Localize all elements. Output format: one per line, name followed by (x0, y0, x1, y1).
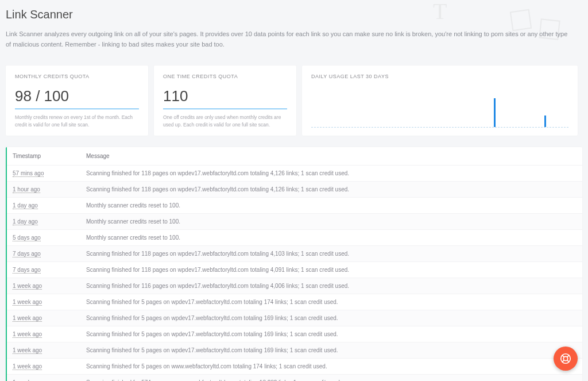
monthly-credits-value: 98 / 100 (15, 87, 139, 105)
page-description: Link Scanner analyzes every outgoing lin… (6, 29, 574, 49)
table-row: 1 week agoScanning finished for 574 page… (7, 374, 582, 381)
table-row: 1 week agoScanning finished for 5 pages … (7, 358, 582, 374)
table-row: 5 days agoMonthly scanner credits reset … (7, 229, 582, 245)
row-timestamp: 1 week ago (7, 310, 82, 326)
row-timestamp: 1 day ago (7, 197, 82, 213)
activity-log-table: Timestamp Message 57 mins agoScanning fi… (6, 147, 582, 381)
table-row: 1 day agoMonthly scanner credits reset t… (7, 213, 582, 229)
row-timestamp: 1 week ago (7, 294, 82, 310)
svg-line-3 (567, 355, 569, 357)
row-timestamp: 1 day ago (7, 213, 82, 229)
stats-cards-row: MONTHLY CREDITS QUOTA 98 / 100 Monthly c… (6, 66, 582, 136)
table-row: 1 day agoMonthly scanner credits reset t… (7, 197, 582, 213)
monthly-credits-card: MONTHLY CREDITS QUOTA 98 / 100 Monthly c… (6, 66, 148, 136)
row-timestamp: 57 mins ago (7, 165, 82, 181)
onetime-credits-hint: One off credits are only used when month… (163, 114, 287, 129)
help-button[interactable] (554, 347, 578, 371)
row-message: Scanning finished for 5 pages on wpdev17… (82, 326, 582, 342)
row-timestamp: 1 week ago (7, 278, 82, 294)
row-timestamp: 1 week ago (7, 358, 82, 374)
row-message: Scanning finished for 5 pages on www.web… (82, 358, 582, 374)
onetime-credits-value: 110 (163, 87, 287, 105)
row-timestamp: 1 week ago (7, 374, 82, 381)
row-message: Scanning finished for 5 pages on wpdev17… (82, 310, 582, 326)
row-timestamp: 1 hour ago (7, 181, 82, 197)
onetime-credits-label: ONE TIME CREDITS QUOTA (163, 74, 287, 79)
table-row: 1 week agoScanning finished for 5 pages … (7, 310, 582, 326)
row-message: Scanning finished for 118 pages on wpdev… (82, 245, 582, 261)
chart-bar (544, 116, 546, 127)
row-message: Scanning finished for 118 pages on wpdev… (82, 261, 582, 278)
table-row: 1 week agoScanning finished for 5 pages … (7, 294, 582, 310)
svg-line-5 (567, 360, 569, 362)
chart-bar (494, 98, 496, 127)
table-row: 1 week agoScanning finished for 5 pages … (7, 326, 582, 342)
row-message: Scanning finished for 5 pages on wpdev17… (82, 342, 582, 358)
row-message: Monthly scanner credits reset to 100. (82, 229, 582, 245)
row-timestamp: 1 week ago (7, 342, 82, 358)
table-row: 1 week agoScanning finished for 116 page… (7, 278, 582, 294)
row-message: Scanning finished for 118 pages on wpdev… (82, 181, 582, 197)
table-row: 7 days agoScanning finished for 118 page… (7, 261, 582, 278)
col-timestamp: Timestamp (7, 147, 82, 166)
row-timestamp: 7 days ago (7, 245, 82, 261)
row-timestamp: 5 days ago (7, 229, 82, 245)
row-message: Monthly scanner credits reset to 100. (82, 213, 582, 229)
page-title: Link Scanner (6, 8, 582, 21)
table-row: 1 week agoScanning finished for 5 pages … (7, 342, 582, 358)
row-timestamp: 1 week ago (7, 326, 82, 342)
col-message: Message (82, 147, 582, 166)
daily-usage-label: DAILY USAGE LAST 30 DAYS (311, 74, 568, 79)
monthly-credits-label: MONTHLY CREDITS QUOTA (15, 74, 139, 79)
table-row: 1 hour agoScanning finished for 118 page… (7, 181, 582, 197)
row-timestamp: 7 days ago (7, 261, 82, 278)
monthly-credits-hint: Monthly credits renew on every 1st of th… (15, 114, 139, 129)
row-message: Scanning finished for 5 pages on wpdev17… (82, 294, 582, 310)
svg-point-1 (563, 356, 567, 360)
table-row: 7 days agoScanning finished for 118 page… (7, 245, 582, 261)
row-message: Monthly scanner credits reset to 100. (82, 197, 582, 213)
onetime-credits-card: ONE TIME CREDITS QUOTA 110 One off credi… (154, 66, 296, 136)
svg-line-2 (562, 355, 564, 357)
row-message: Scanning finished for 118 pages on wpdev… (82, 165, 582, 181)
table-row: 57 mins agoScanning finished for 118 pag… (7, 165, 582, 181)
row-message: Scanning finished for 574 pages on www.w… (82, 374, 582, 381)
daily-usage-chart (311, 87, 568, 128)
svg-line-4 (562, 360, 564, 362)
row-message: Scanning finished for 116 pages on wpdev… (82, 278, 582, 294)
daily-usage-card: DAILY USAGE LAST 30 DAYS (302, 66, 578, 136)
lifebuoy-icon (559, 352, 572, 365)
